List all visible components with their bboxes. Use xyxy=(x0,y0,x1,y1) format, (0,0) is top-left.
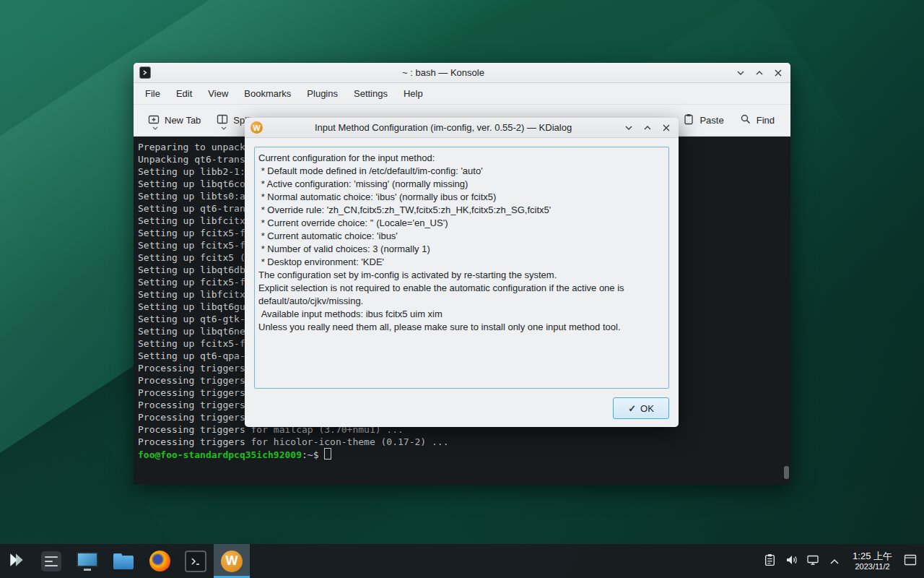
chevron-down-icon xyxy=(221,121,227,132)
chevron-down-icon xyxy=(152,121,158,132)
kdialog-task-button[interactable]: W xyxy=(214,544,250,578)
terminal-scrollbar[interactable] xyxy=(783,137,790,485)
kde-launcher-icon xyxy=(7,551,26,572)
konsole-menubar: FileEditViewBookmarksPluginsSettingsHelp xyxy=(134,83,790,105)
kdialog-app-icon: W xyxy=(250,121,263,134)
maximize-button[interactable] xyxy=(754,68,764,78)
new-tab-label: New Tab xyxy=(165,115,201,126)
dialog-text-line: * Override rule: 'zh_CN,fcitx5:zh_TW,fci… xyxy=(258,204,665,217)
dialog-body: Current configuration for the input meth… xyxy=(245,138,679,427)
minimize-button[interactable] xyxy=(624,123,634,133)
clock-date: 2023/11/2 xyxy=(853,562,892,572)
find-button[interactable]: Find xyxy=(734,108,782,132)
window-controls xyxy=(736,68,785,78)
folder-icon xyxy=(113,553,134,569)
kdialog-titlebar[interactable]: W Input Method Configuration (im-config,… xyxy=(245,118,679,138)
ok-button[interactable]: ✓ OK xyxy=(613,397,669,419)
dialog-text-line: * Number of valid choices: 3 (normally 1… xyxy=(258,243,665,256)
desktop: ~ : bash — Konsole FileEditViewBookmarks… xyxy=(0,0,924,578)
close-button[interactable] xyxy=(773,68,783,78)
dialog-text-line: * Current override choice: '' (Locale='e… xyxy=(258,217,665,230)
dialog-text-line: The configuration set by im-config is ac… xyxy=(258,269,665,282)
taskbar-launchers: W xyxy=(0,544,250,578)
minimize-button[interactable] xyxy=(736,68,746,78)
konsole-icon xyxy=(185,551,206,572)
dialog-text-line: * Default mode defined in /etc/default/i… xyxy=(258,165,665,178)
menu-item[interactable]: File xyxy=(138,85,167,102)
close-button[interactable] xyxy=(661,123,671,133)
volume-tray-button[interactable] xyxy=(780,544,802,578)
menu-item[interactable]: Settings xyxy=(346,85,395,102)
clipboard-icon xyxy=(764,553,776,569)
find-label: Find xyxy=(757,115,775,126)
system-tray: 1:25 上午 2023/11/2 xyxy=(759,544,924,578)
taskbar: W xyxy=(0,544,924,578)
menu-item[interactable]: Bookmarks xyxy=(237,85,298,102)
paste-icon xyxy=(683,113,694,127)
konsole-titlebar[interactable]: ~ : bash — Konsole xyxy=(134,63,790,83)
chevron-up-icon xyxy=(829,555,840,568)
dialog-text-line: * Current automatic choice: 'ibus' xyxy=(258,230,665,243)
dialog-text-line: * Active configuration: 'missing' (norma… xyxy=(258,178,665,191)
system-monitor-button[interactable] xyxy=(69,544,105,578)
terminal-line: Processing triggers for hicolor-icon-the… xyxy=(138,436,790,448)
window-controls xyxy=(624,123,673,133)
dialog-button-row: ✓ OK xyxy=(254,397,669,419)
menu-item[interactable]: Help xyxy=(396,85,430,102)
konsole-task-button[interactable] xyxy=(178,544,214,578)
file-manager-button[interactable] xyxy=(105,544,141,578)
terminal-prompt: foo@foo-standardpcq35ich92009:~$ xyxy=(134,448,790,460)
speaker-icon xyxy=(785,553,798,569)
ok-label: OK xyxy=(640,403,654,414)
window-title: ~ : bash — Konsole xyxy=(155,67,731,78)
konsole-app-icon xyxy=(139,67,151,79)
clipboard-tray-button[interactable] xyxy=(759,544,780,578)
new-tab-button[interactable]: New Tab xyxy=(142,108,208,132)
list-icon xyxy=(41,551,61,571)
firefox-button[interactable] xyxy=(141,544,178,578)
show-desktop-button[interactable] xyxy=(899,544,921,578)
maximize-button[interactable] xyxy=(642,123,653,133)
application-launcher-button[interactable] xyxy=(0,544,33,578)
paste-button[interactable]: Paste xyxy=(677,108,731,132)
task-list-button[interactable] xyxy=(33,544,69,578)
expand-tray-button[interactable] xyxy=(824,544,845,578)
check-icon: ✓ xyxy=(628,403,636,414)
dialog-text-line: Available input methods: ibus fcitx5 uim… xyxy=(258,308,665,321)
dialog-text-line: Unless you really need them all, please … xyxy=(258,321,665,334)
dialog-text-line: default/auto/cjkv/missing. xyxy=(258,295,665,308)
show-desktop-icon xyxy=(904,554,917,569)
digital-clock[interactable]: 1:25 上午 2023/11/2 xyxy=(845,551,899,572)
dialog-message-box[interactable]: Current configuration for the input meth… xyxy=(254,147,669,389)
kdialog-window: W Input Method Configuration (im-config,… xyxy=(245,118,679,427)
dialog-text-line: * Normal automatic choice: 'ibus' (norma… xyxy=(258,191,665,204)
dialog-title: Input Method Configuration (im-config, v… xyxy=(267,122,619,133)
monitor-icon xyxy=(77,551,97,571)
dialog-text-line: Current configuration for the input meth… xyxy=(258,152,665,165)
menu-item[interactable]: Plugins xyxy=(300,85,345,102)
prompt-user-host: foo@foo-standardpcq35ich92009 xyxy=(138,449,302,460)
menu-item[interactable]: Edit xyxy=(169,85,199,102)
clock-time: 1:25 上午 xyxy=(853,551,892,562)
kdialog-task-icon: W xyxy=(221,551,243,572)
display-tray-button[interactable] xyxy=(802,544,824,578)
display-icon xyxy=(806,553,819,569)
search-icon xyxy=(740,113,751,127)
menu-item[interactable]: View xyxy=(201,85,235,102)
firefox-icon xyxy=(149,551,170,571)
dialog-text-line: * Desktop environment: 'KDE' xyxy=(258,256,665,269)
scrollbar-thumb[interactable] xyxy=(784,466,789,479)
paste-label: Paste xyxy=(699,115,723,126)
terminal-cursor xyxy=(324,448,331,460)
dialog-text-line: Explicit selection is not required to en… xyxy=(258,282,665,295)
prompt-symbol: :~$ xyxy=(302,449,324,460)
